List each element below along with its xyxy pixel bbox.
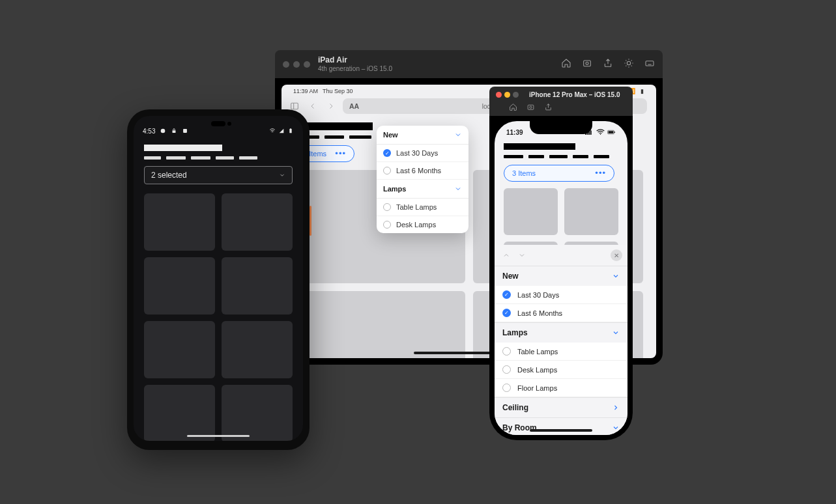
appearance-icon[interactable] xyxy=(624,58,634,71)
page-title xyxy=(504,143,575,150)
speaker-camera xyxy=(211,121,225,126)
sheet-item[interactable]: Desk Lamps xyxy=(495,361,627,379)
svg-rect-10 xyxy=(590,130,592,135)
battery-icon xyxy=(607,129,616,135)
radio-checked-icon: ✓ xyxy=(502,309,511,317)
popover-item[interactable]: Table Lamps xyxy=(377,199,468,216)
sheet-item[interactable]: ✓Last 6 Months xyxy=(495,304,627,322)
share-icon[interactable] xyxy=(603,58,613,71)
sheet-item[interactable]: ✓Last 30 Days xyxy=(495,286,627,304)
screenshot-icon[interactable] xyxy=(582,58,592,71)
filter-pill[interactable]: 3 Items ••• xyxy=(504,165,614,182)
home-icon[interactable] xyxy=(561,58,571,71)
svg-rect-19 xyxy=(290,128,291,129)
notch xyxy=(530,121,592,134)
traffic-lights[interactable] xyxy=(283,61,310,68)
product-tile[interactable] xyxy=(144,193,215,251)
signal-icon xyxy=(278,128,285,134)
radio-empty-icon xyxy=(383,167,391,175)
wifi-icon xyxy=(269,128,276,134)
ipad-simulator-toolbar: iPad Air 4th generation – iOS 15.0 xyxy=(275,50,663,78)
breadcrumb xyxy=(144,156,293,160)
svg-point-15 xyxy=(161,129,166,133)
svg-rect-17 xyxy=(184,129,188,133)
product-tile[interactable] xyxy=(144,257,215,315)
ipad-title: iPad Air xyxy=(318,56,392,65)
keyboard-icon[interactable] xyxy=(644,58,655,71)
svg-rect-0 xyxy=(584,61,591,66)
radio-empty-icon xyxy=(502,347,511,356)
sheet-next-button[interactable] xyxy=(515,249,528,262)
popover-item[interactable]: Last 6 Months xyxy=(377,162,468,180)
battery-icon xyxy=(287,128,294,134)
sheet-prev-button[interactable] xyxy=(500,249,513,262)
iphone-simulator: iPhone 12 Pro Max – iOS 15.0 11:39 xyxy=(489,87,633,440)
sheet-section-new[interactable]: New xyxy=(495,266,627,286)
notification-icon xyxy=(160,128,166,134)
power-button[interactable] xyxy=(310,206,311,236)
popover-section-lamps[interactable]: Lamps xyxy=(377,180,468,199)
filter-select[interactable]: 2 selected xyxy=(144,166,293,184)
sheet-section-ceiling[interactable]: Ceiling xyxy=(495,397,627,417)
filter-sheet: ✕ New ✓Last 30 Days ✓Last 6 Months Lamps… xyxy=(495,245,627,435)
lock-icon xyxy=(171,128,177,134)
home-indicator[interactable] xyxy=(187,435,250,437)
svg-rect-4 xyxy=(291,103,298,109)
product-tile[interactable] xyxy=(144,385,215,441)
page-title xyxy=(144,145,222,151)
popover-item[interactable]: Desk Lamps xyxy=(377,216,468,233)
svg-rect-14 xyxy=(614,132,615,133)
sheet-section-lamps[interactable]: Lamps xyxy=(495,322,627,343)
svg-point-6 xyxy=(530,106,532,108)
svg-point-11 xyxy=(600,133,601,135)
product-tile[interactable] xyxy=(144,321,215,378)
android-status-bar: 4:53 xyxy=(134,116,303,138)
radio-empty-icon xyxy=(502,365,511,374)
svg-rect-16 xyxy=(173,130,176,133)
product-tile[interactable] xyxy=(222,257,293,315)
app-icon xyxy=(182,128,188,134)
screenshot-icon[interactable] xyxy=(526,102,535,114)
iphone-simulator-toolbar: iPhone 12 Pro Max – iOS 15.0 xyxy=(489,87,633,116)
popover-section-new[interactable]: New xyxy=(377,126,468,145)
home-icon[interactable] xyxy=(509,102,517,114)
traffic-lights[interactable] xyxy=(496,89,521,100)
sheet-item[interactable]: Table Lamps xyxy=(495,343,627,361)
product-tile[interactable] xyxy=(222,385,293,441)
radio-empty-icon xyxy=(502,384,511,392)
svg-rect-18 xyxy=(289,129,291,133)
close-icon[interactable]: ✕ xyxy=(611,249,622,261)
radio-empty-icon xyxy=(383,221,391,229)
svg-rect-5 xyxy=(528,105,534,109)
filter-popover: New ✓Last 30 Days Last 6 Months Lamps Ta… xyxy=(377,126,468,233)
chevron-down-icon xyxy=(279,172,285,178)
radio-empty-icon xyxy=(383,203,391,211)
filter-pill-label: 3 Items xyxy=(512,169,536,177)
product-tile[interactable] xyxy=(295,291,465,358)
radio-checked-icon: ✓ xyxy=(383,149,391,157)
breadcrumb xyxy=(504,155,618,158)
home-indicator[interactable] xyxy=(530,429,592,432)
text-size-icon[interactable]: AA xyxy=(349,102,359,110)
product-tile[interactable] xyxy=(222,193,293,251)
ipad-subtitle: 4th generation – iOS 15.0 xyxy=(318,65,392,73)
sheet-item[interactable]: Floor Lamps xyxy=(495,379,627,397)
radio-checked-icon: ✓ xyxy=(502,290,511,299)
forward-icon[interactable] xyxy=(324,100,338,113)
product-tile[interactable] xyxy=(504,188,558,235)
svg-point-2 xyxy=(627,61,630,64)
filter-select-label: 2 selected xyxy=(151,171,187,180)
android-device: 4:53 2 selected xyxy=(127,109,310,450)
product-tile[interactable] xyxy=(222,321,293,378)
svg-point-1 xyxy=(586,62,588,64)
popover-item[interactable]: ✓Last 30 Days xyxy=(377,145,468,162)
svg-rect-13 xyxy=(609,131,614,133)
wifi-icon xyxy=(596,129,605,135)
share-icon[interactable] xyxy=(544,102,553,114)
product-tile[interactable] xyxy=(564,188,618,235)
svg-rect-3 xyxy=(646,61,654,65)
iphone-title: iPhone 12 Pro Max – iOS 15.0 xyxy=(529,91,620,98)
sheet-section-byroom[interactable]: By Room xyxy=(495,417,627,435)
